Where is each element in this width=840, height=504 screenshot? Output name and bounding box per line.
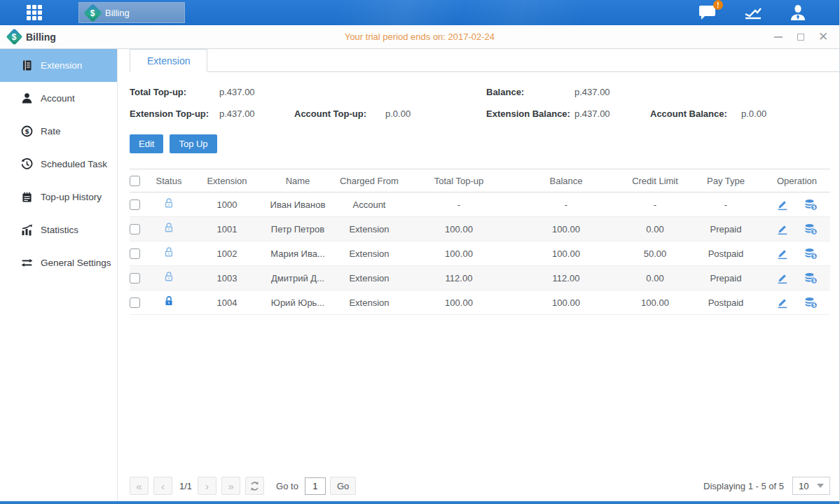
cell-name: Дмитрий Д... (265, 266, 331, 290)
billing-window: $ Billing ! (0, 0, 840, 504)
minimize-button[interactable] (773, 32, 783, 42)
sidebar-item-scheduled-task[interactable]: Scheduled Task (0, 148, 117, 181)
row-checkbox[interactable] (130, 273, 140, 284)
cell-credit-limit: 50.00 (622, 241, 688, 266)
account-topup-label: Account Top-up: (294, 103, 385, 125)
cell-name: Петр Петров (265, 217, 331, 241)
apps-grid-icon[interactable] (27, 5, 48, 20)
table-row: 1004 Юрий Юрь... Extension 100.00 100.00… (130, 290, 830, 315)
column-header: Operation (764, 169, 830, 192)
cell-credit-limit: 0.00 (622, 217, 688, 241)
cell-balance: 112.00 (510, 266, 622, 290)
last-page-button[interactable]: » (221, 477, 240, 495)
row-checkbox[interactable] (130, 224, 140, 234)
notification-badge: ! (713, 0, 723, 10)
cell-charged-from: Extension (331, 266, 408, 290)
cell-balance: 100.00 (510, 241, 622, 266)
extension-table-body: 1000 Иван Иванов Account - - - - (130, 192, 830, 315)
balance-label: Balance: (486, 81, 574, 103)
account-balance-label: Account Balance: (650, 103, 741, 125)
status-unlocked-icon (163, 197, 174, 209)
row-checkbox[interactable] (130, 298, 140, 308)
cell-balance: 100.00 (510, 217, 622, 241)
page-size-select[interactable]: 10 (792, 477, 830, 495)
edit-row-icon[interactable] (776, 199, 789, 211)
status-unlocked-icon (163, 222, 174, 234)
edit-row-icon[interactable] (776, 248, 789, 260)
goto-label: Go to (276, 481, 298, 491)
topup-row-icon[interactable]: $ (804, 297, 818, 309)
cell-credit-limit: 0.00 (622, 266, 688, 290)
history-clock-icon (21, 158, 33, 170)
column-header: Total Top-up (408, 169, 510, 192)
titlebar: $ Billing Your trial period ends on: 201… (0, 25, 839, 49)
sidebar-item-statistics[interactable]: Statistics (0, 214, 117, 246)
close-button[interactable]: ✕ (818, 32, 828, 42)
svg-text:$: $ (813, 204, 816, 210)
sidebar-item-general-settings[interactable]: General Settings (0, 246, 117, 279)
topup-row-icon[interactable]: $ (804, 199, 818, 211)
edit-row-icon[interactable] (776, 223, 789, 235)
notepad-icon (21, 191, 33, 203)
status-unlocked-icon (163, 271, 174, 283)
sidebar-item-extension[interactable]: Extension (0, 49, 117, 82)
prev-page-button[interactable]: ‹ (153, 477, 172, 495)
status-locked-icon (163, 295, 174, 307)
table-row: 1001 Петр Петров Extension 100.00 100.00… (130, 217, 830, 241)
cell-pay-type: Postpaid (688, 241, 764, 266)
sidebar-item-account[interactable]: Account (0, 82, 117, 115)
sidebar-item-topup-history[interactable]: Top-up History (0, 181, 117, 214)
cell-name: Юрий Юрь... (265, 290, 331, 315)
cell-charged-from: Account (331, 192, 408, 217)
topup-row-icon[interactable]: $ (804, 248, 818, 260)
cell-extension: 1002 (189, 241, 265, 266)
edit-row-icon[interactable] (776, 297, 789, 309)
table-row: 1003 Дмитрий Д... Extension 112.00 112.0… (130, 266, 830, 290)
account-topup-value: p.0.00 (385, 103, 486, 125)
go-button[interactable]: Go (330, 477, 356, 495)
page-indicator: 1/1 (179, 481, 192, 491)
status-unlocked-icon (163, 246, 174, 258)
cell-extension: 1003 (189, 266, 265, 290)
balance-summary: Total Top-up: p.437.00 Balance: p.437.00… (130, 81, 830, 125)
svg-text:$: $ (813, 278, 816, 284)
topup-button[interactable]: Top Up (170, 134, 216, 153)
sidebar-item-label: Extension (41, 60, 82, 71)
page-size-value: 10 (799, 481, 808, 491)
edit-row-icon[interactable] (776, 272, 789, 284)
displaying-text: Displaying 1 - 5 of 5 (703, 481, 784, 491)
messages-icon[interactable]: ! (698, 4, 717, 21)
select-all-checkbox[interactable] (130, 176, 140, 186)
billing-app-tab[interactable]: $ Billing (78, 2, 185, 23)
row-checkbox[interactable] (130, 200, 140, 210)
chevron-down-icon (817, 484, 824, 488)
total-topup-label: Total Top-up: (130, 81, 219, 103)
sidebar-item-label: General Settings (41, 258, 111, 268)
cell-charged-from: Extension (331, 241, 408, 266)
balance-value: p.437.00 (574, 81, 650, 103)
sidebar-item-label: Account (41, 93, 75, 104)
billing-app-tab-label: Billing (105, 8, 130, 18)
billing-window-icon: $ (6, 28, 22, 45)
sidebar-item-rate[interactable]: $ Rate (0, 115, 117, 148)
column-header: Balance (510, 169, 622, 192)
user-account-icon[interactable] (789, 4, 807, 22)
topup-row-icon[interactable]: $ (804, 272, 818, 284)
next-page-button[interactable]: › (198, 477, 216, 495)
edit-button[interactable]: Edit (130, 134, 163, 153)
pagination-bar: « ‹ 1/1 › » Go to Go Displaying (130, 477, 830, 495)
cell-name: Иван Иванов (265, 192, 331, 217)
first-page-button[interactable]: « (130, 477, 149, 495)
goto-page-input[interactable] (305, 477, 326, 495)
column-header: Status (149, 169, 189, 192)
tab-extension[interactable]: Extension (130, 49, 207, 72)
cell-balance: - (510, 192, 622, 217)
topbar: $ Billing ! (0, 0, 839, 25)
row-checkbox[interactable] (130, 248, 140, 259)
refresh-button[interactable] (245, 477, 264, 495)
sidebar-item-label: Statistics (41, 225, 78, 235)
cell-pay-type: Prepaid (688, 217, 764, 241)
maximize-button[interactable] (796, 32, 806, 42)
topup-row-icon[interactable]: $ (804, 223, 818, 235)
statistics-chart-icon[interactable] (743, 4, 763, 21)
